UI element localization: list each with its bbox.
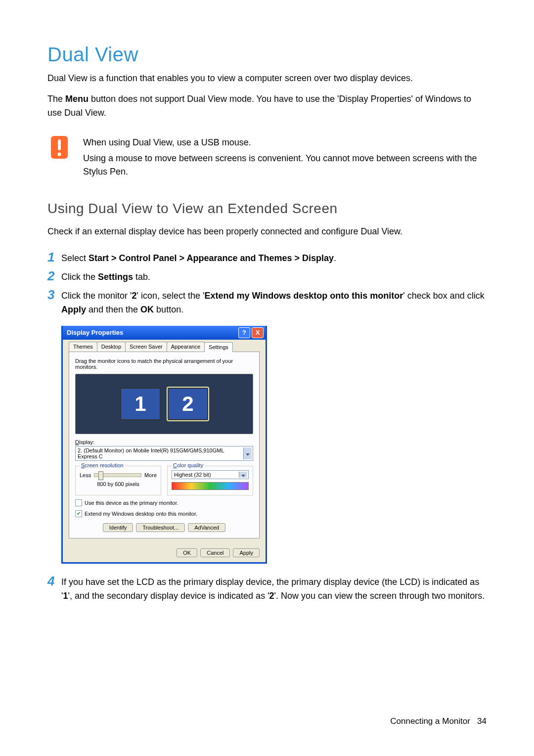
step-number: 4 xyxy=(47,575,61,603)
resolution-slider[interactable] xyxy=(94,473,141,477)
advanced-button[interactable]: AdVanced xyxy=(188,523,225,532)
help-icon[interactable]: ? xyxy=(238,327,250,338)
monitor-2[interactable]: 2 xyxy=(168,388,208,420)
extend-desktop-checkbox-row: ✔ Extend my Windows desktop onto this mo… xyxy=(75,510,253,517)
tab-settings[interactable]: Settings xyxy=(204,342,233,352)
primary-monitor-checkbox-row: Use this device as the primary monitor. xyxy=(75,499,253,506)
color-quality-select[interactable]: Highest (32 bit) xyxy=(172,470,249,479)
monitor-arrangement[interactable]: 1 2 xyxy=(75,374,253,434)
tab-themes[interactable]: Themes xyxy=(69,342,97,352)
step-number: 3 xyxy=(47,288,61,317)
color-gradient-bar xyxy=(172,482,249,490)
primary-monitor-label: Use this device as the primary monitor. xyxy=(85,500,178,506)
intro-line-2: The Menu button does not support Dual Vi… xyxy=(47,92,487,120)
step-3: 3 Click the monitor '2' icon, select the… xyxy=(47,288,487,317)
intro-block: Dual View is a function that enables you… xyxy=(47,72,487,120)
cancel-button[interactable]: Cancel xyxy=(200,548,230,557)
color-quality-group: Color quality Highest (32 bit) xyxy=(167,466,253,495)
identify-button[interactable]: Identify xyxy=(103,523,133,532)
dialog-title: Display Properties xyxy=(67,329,237,336)
menu-bold: Menu xyxy=(65,94,89,104)
step-1: 1 Select Start > Control Panel > Appeara… xyxy=(47,251,487,266)
display-label: Display: xyxy=(75,439,253,445)
page-title: Dual View xyxy=(47,44,487,66)
step-4: 4 If you have set the LCD as the primary… xyxy=(47,575,487,603)
step-number: 1 xyxy=(47,251,61,266)
intro-line-1: Dual View is a function that enables you… xyxy=(47,72,487,86)
section-lead: Check if an external display device has … xyxy=(47,226,487,237)
step-number: 2 xyxy=(47,269,61,284)
res-less-label: Less xyxy=(80,472,91,478)
ok-button[interactable]: OK xyxy=(177,548,197,557)
warning-icon xyxy=(47,136,71,181)
steps-list: 1 Select Start > Control Panel > Appeara… xyxy=(47,251,487,317)
tab-desktop[interactable]: Desktop xyxy=(97,342,126,352)
footer-section: Connecting a Monitor xyxy=(390,716,470,726)
svg-point-2 xyxy=(58,152,61,156)
warning-line-2: Using a mouse to move between screens is… xyxy=(83,152,487,179)
primary-monitor-checkbox[interactable] xyxy=(75,499,82,506)
close-icon[interactable]: X xyxy=(252,327,264,338)
warning-line-1: When using Dual View, use a USB mouse. xyxy=(83,136,487,150)
svg-rect-1 xyxy=(58,139,61,150)
dialog-tabs: Themes Desktop Screen Saver Appearance S… xyxy=(69,342,260,352)
tab-screensaver[interactable]: Screen Saver xyxy=(125,342,167,352)
step-2: 2 Click the Settings tab. xyxy=(47,269,487,284)
page-footer: Connecting a Monitor 34 xyxy=(390,716,487,726)
drag-hint: Drag the monitor icons to match the phys… xyxy=(75,358,253,370)
warning-callout: When using Dual View, use a USB mouse. U… xyxy=(47,136,487,181)
dialog-titlebar[interactable]: Display Properties ? X xyxy=(63,326,266,340)
footer-page-number: 34 xyxy=(477,716,487,726)
res-more-label: More xyxy=(144,472,157,478)
apply-button[interactable]: Apply xyxy=(233,548,260,557)
extend-desktop-checkbox[interactable]: ✔ xyxy=(75,510,82,517)
steps-list-continued: 4 If you have set the LCD as the primary… xyxy=(47,575,487,603)
tab-appearance[interactable]: Appearance xyxy=(167,342,205,352)
resolution-value: 800 by 600 pixels xyxy=(80,481,157,487)
settings-panel: Drag the monitor icons to match the phys… xyxy=(69,352,260,538)
section-heading: Using Dual View to View an Extended Scre… xyxy=(47,201,487,217)
troubleshoot-button[interactable]: Troubleshoot... xyxy=(136,523,185,532)
resolution-group: Screen resolution Less More 800 by 600 p… xyxy=(75,466,161,495)
display-select[interactable]: 2. (Default Monitor) on Mobile Intel(R) … xyxy=(75,446,253,461)
display-properties-dialog: Display Properties ? X Themes Desktop Sc… xyxy=(61,326,267,564)
display-properties-figure: Display Properties ? X Themes Desktop Sc… xyxy=(61,326,487,564)
monitor-1[interactable]: 1 xyxy=(120,388,161,420)
extend-desktop-label: Extend my Windows desktop onto this moni… xyxy=(85,511,197,517)
